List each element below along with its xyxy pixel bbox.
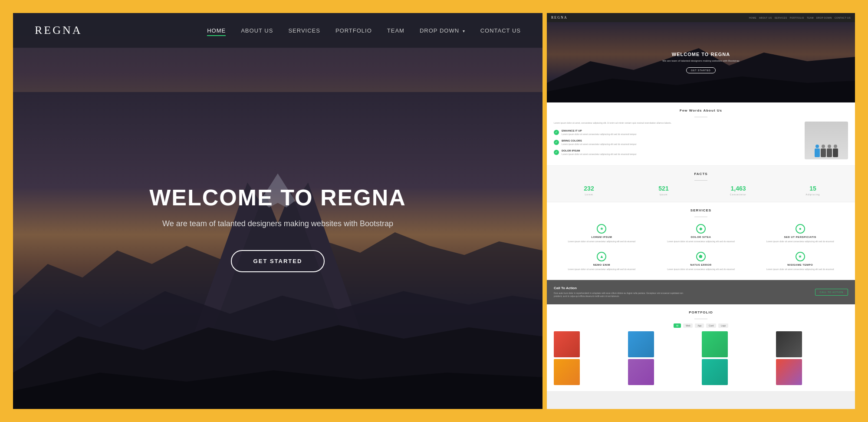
mini-about-section: Few Words About Us Lorem ipsum dolor sit… xyxy=(547,102,855,166)
mini-service-2-text: Lorem ipsum dolor sit amet consectetur a… xyxy=(656,240,746,243)
mini-fact-2: 521 Ipsum xyxy=(628,185,699,196)
portfolio-tab-card[interactable]: Card xyxy=(706,323,716,328)
mini-services-section: SERVICES ★ LOREM IPSUM Lorem ipsum dolor… xyxy=(547,202,855,280)
person-body-4 xyxy=(833,148,838,157)
mini-cta-text: Duis aute irure dolor in reprehenderit i… xyxy=(554,292,684,298)
mini-service-5: ⬟ NATUS ERROR Lorem ipsum dolor sit amet… xyxy=(653,249,749,274)
mini-about-item-3-title: DOLOR IPSUM xyxy=(562,149,637,152)
mini-service-4: ▲ NEMO ENIM Lorem ipsum dolor sit amet c… xyxy=(554,249,650,274)
mini-fact-1-label: Lorem xyxy=(554,193,624,196)
person-3 xyxy=(827,145,832,157)
mini-nav-home[interactable]: HOME xyxy=(749,16,756,19)
service-icon-3: ● xyxy=(796,224,805,234)
mini-about-divider xyxy=(694,117,707,117)
mini-portfolio-divider xyxy=(694,319,707,319)
mini-service-1: ★ LOREM IPSUM Lorem ipsum dolor sit amet… xyxy=(554,221,650,246)
service-icon-6: ★ xyxy=(796,252,805,261)
mini-navbar: REGNA HOME ABOUT US SERVICES PORTFOLIO T… xyxy=(547,13,855,22)
mini-services-grid: ★ LOREM IPSUM Lorem ipsum dolor sit amet… xyxy=(554,221,848,274)
nav-item-home[interactable]: HOME xyxy=(207,26,226,34)
person-1 xyxy=(815,145,820,157)
mini-about-item-2: ✓ BRING COLORS Lorem ipsum dolor sit ame… xyxy=(554,139,800,146)
mini-nav-about[interactable]: ABOUT US xyxy=(759,16,772,19)
nav-item-portfolio[interactable]: PORTFOLIO xyxy=(335,26,372,34)
get-started-button[interactable]: GET STARTED xyxy=(231,250,325,272)
nav-link-home[interactable]: HOME xyxy=(207,27,226,36)
mini-fact-1-number: 232 xyxy=(554,185,624,192)
mini-cta-text-block: Call To Action Duis aute irure dolor in … xyxy=(554,286,684,298)
mini-about-item-1: ✓ ENHANCE IT UP Lorem ipsum dolor sit am… xyxy=(554,129,800,136)
mini-about-item-3-desc: Lorem ipsum dolor sit amet consectetur a… xyxy=(562,153,637,156)
person-body-3 xyxy=(827,148,832,157)
mini-hero-title: WELCOME TO REGNA xyxy=(672,52,730,57)
mini-service-6-title: NISISAME TEMPO xyxy=(755,264,845,266)
person-head-3 xyxy=(828,145,831,148)
check-icon-2: ✓ xyxy=(554,140,559,145)
nav-link-team[interactable]: TEAM xyxy=(387,27,404,34)
mini-about-paragraph: Lorem ipsum dolor sit amet, consectetur … xyxy=(554,122,800,125)
mini-nav-contact[interactable]: CONTACT US xyxy=(835,16,851,19)
main-website-panel: REGNA HOME ABOUT US SERVICES PORTFOLIO T… xyxy=(13,13,542,409)
portfolio-item-2 xyxy=(628,331,654,357)
logo: REGNA xyxy=(35,24,82,37)
mini-about-title: Few Words About Us xyxy=(554,109,848,112)
mini-fact-1: 232 Lorem xyxy=(554,185,624,196)
mini-fact-3: 1,463 Consectetur xyxy=(703,185,773,196)
mini-service-6: ★ NISISAME TEMPO Lorem ipsum dolor sit a… xyxy=(752,249,848,274)
person-body-1 xyxy=(815,148,820,157)
portfolio-tab-logo[interactable]: Logo xyxy=(718,323,728,328)
mini-fact-2-label: Ipsum xyxy=(628,193,699,196)
mini-fact-4: 15 Adipiscing xyxy=(778,185,848,196)
hero-section: REGNA HOME ABOUT US SERVICES PORTFOLIO T… xyxy=(13,13,542,409)
preview-scrollable[interactable]: REGNA HOME ABOUT US SERVICES PORTFOLIO T… xyxy=(547,13,855,409)
mini-service-6-text: Lorem ipsum dolor sit amet consectetur a… xyxy=(755,268,845,271)
portfolio-tab-app[interactable]: App xyxy=(695,323,704,328)
mini-cta-button[interactable]: CALL TO ACTION xyxy=(815,289,848,296)
portfolio-tab-all[interactable]: All xyxy=(674,323,681,328)
mini-fact-3-label: Consectetur xyxy=(703,193,773,196)
mini-service-5-text: Lorem ipsum dolor sit amet consectetur a… xyxy=(656,268,746,271)
mini-service-5-title: NATUS ERROR xyxy=(656,264,746,266)
mini-service-1-title: LOREM IPSUM xyxy=(556,236,647,238)
mini-about-item-2-text: BRING COLORS Lorem ipsum dolor sit amet … xyxy=(562,139,637,146)
mini-hero-subtitle: We are team of talanted designers making… xyxy=(662,59,739,62)
nav-link-portfolio[interactable]: PORTFOLIO xyxy=(335,27,372,34)
mini-cta-section: Call To Action Duis aute irure dolor in … xyxy=(547,280,855,304)
person-4 xyxy=(833,145,838,157)
nav-link-about[interactable]: ABOUT US xyxy=(241,27,273,34)
nav-link-services[interactable]: SERVICES xyxy=(288,27,320,34)
mini-nav-services[interactable]: SERVICES xyxy=(774,16,787,19)
person-head-4 xyxy=(834,145,837,148)
mini-about-item-1-desc: Lorem ipsum dolor sit amet consectetur a… xyxy=(562,133,637,136)
people-silhouette xyxy=(812,142,840,159)
mini-nav-dropdown[interactable]: DROP DOWN xyxy=(816,16,832,19)
portfolio-item-6 xyxy=(628,359,654,385)
nav-item-contact[interactable]: CONTACT US xyxy=(480,26,521,34)
nav-item-services[interactable]: SERVICES xyxy=(288,26,320,34)
mini-service-2-title: DOLOR SITEA xyxy=(656,236,746,238)
mini-services-divider xyxy=(694,217,707,217)
mini-nav-portfolio[interactable]: PORTFOLIO xyxy=(790,16,804,19)
mini-about-item-3: ✓ DOLOR IPSUM Lorem ipsum dolor sit amet… xyxy=(554,149,800,156)
mini-nav-team[interactable]: TEAM xyxy=(807,16,814,19)
mini-service-4-title: NEMO ENIM xyxy=(556,264,647,266)
check-icon-1: ✓ xyxy=(554,130,559,135)
check-icon-3: ✓ xyxy=(554,150,559,155)
nav-item-about[interactable]: ABOUT US xyxy=(241,26,273,34)
portfolio-item-4 xyxy=(776,331,802,357)
mini-fact-2-number: 521 xyxy=(628,185,699,192)
portfolio-item-8 xyxy=(776,359,802,385)
mini-facts-title: FACTS xyxy=(554,172,848,176)
nav-link-contact[interactable]: CONTACT US xyxy=(480,27,521,34)
mini-service-3: ● SED UT PERSPICIATIS Lorem ipsum dolor … xyxy=(752,221,848,246)
nav-item-dropdown[interactable]: DROP DOWN ▾ xyxy=(420,26,465,34)
mini-fact-4-number: 15 xyxy=(778,185,848,192)
service-icon-2: ◆ xyxy=(696,224,706,234)
mini-get-started-button[interactable]: GET STARTED xyxy=(686,67,715,73)
mini-portfolio-grid xyxy=(554,331,848,385)
nav-item-team[interactable]: TEAM xyxy=(387,26,404,34)
mini-hero-section: WELCOME TO REGNA We are team of talanted… xyxy=(547,22,855,102)
mini-service-4-text: Lorem ipsum dolor sit amet consectetur a… xyxy=(556,268,647,271)
nav-link-dropdown[interactable]: DROP DOWN ▾ xyxy=(420,27,465,34)
portfolio-tab-web[interactable]: Web xyxy=(683,323,693,328)
